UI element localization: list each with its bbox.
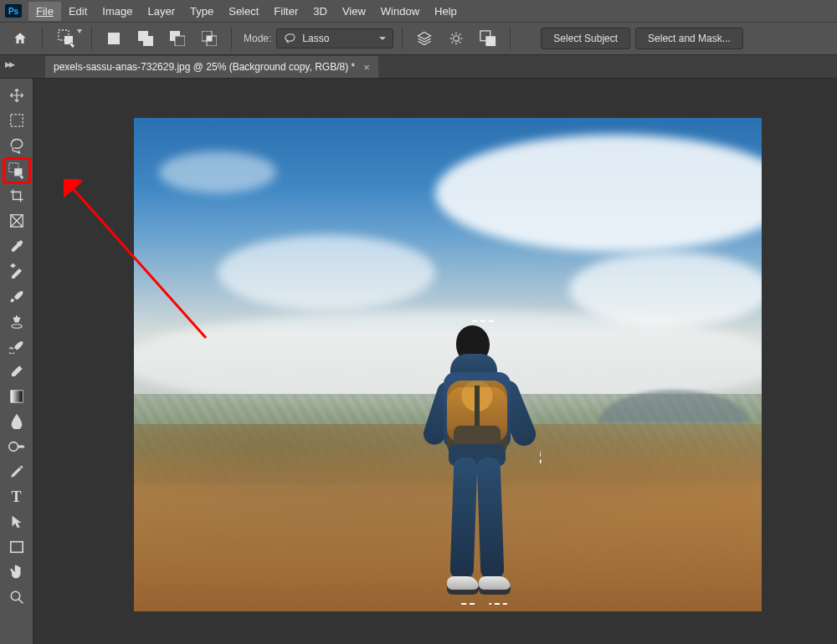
intersect-selection-icon[interactable] xyxy=(196,27,223,50)
sample-all-layers-icon[interactable] xyxy=(411,27,438,50)
mode-value: Lasso xyxy=(302,33,329,44)
document-tab-bar: pexels-sassu-anas-732629.jpg @ 25% (Back… xyxy=(0,55,837,79)
pen-tool[interactable] xyxy=(4,460,29,483)
home-icon[interactable] xyxy=(7,27,33,50)
separator xyxy=(510,28,511,49)
zoom-tool[interactable] xyxy=(4,585,29,609)
select-subject-button[interactable]: Select Subject xyxy=(541,28,630,49)
canvas-workspace[interactable] xyxy=(33,79,837,644)
lasso-tool[interactable] xyxy=(4,134,29,157)
svg-rect-20 xyxy=(12,263,13,268)
svg-rect-9 xyxy=(207,36,212,41)
menu-type[interactable]: Type xyxy=(182,2,221,21)
separator xyxy=(91,28,92,49)
history-brush-tool[interactable] xyxy=(4,335,29,358)
new-selection-icon[interactable] xyxy=(100,27,127,50)
object-selection-tool[interactable] xyxy=(4,159,29,182)
subtract-from-selection-icon[interactable] xyxy=(164,27,191,50)
cloud-shape xyxy=(159,151,276,193)
menu-image[interactable]: Image xyxy=(95,2,140,21)
svg-point-23 xyxy=(8,442,18,452)
select-and-mask-button[interactable]: Select and Mask... xyxy=(635,28,743,49)
current-tool-icon[interactable] xyxy=(51,27,83,50)
separator xyxy=(231,28,232,49)
cloud-shape xyxy=(218,235,435,310)
left-toolbar: T xyxy=(0,79,33,644)
document-canvas[interactable] xyxy=(134,118,762,611)
crop-tool[interactable] xyxy=(4,184,29,207)
lasso-icon xyxy=(284,33,297,44)
menu-bar: Ps File Edit Image Layer Type Select Fil… xyxy=(0,0,837,22)
app-logo: Ps xyxy=(5,4,22,18)
svg-point-21 xyxy=(12,325,22,329)
close-tab-icon[interactable]: × xyxy=(363,61,370,74)
frame-tool[interactable] xyxy=(4,209,29,233)
menu-help[interactable]: Help xyxy=(427,2,465,21)
rectangular-marquee-tool[interactable] xyxy=(4,109,29,132)
brush-tool[interactable] xyxy=(4,284,29,308)
svg-line-27 xyxy=(18,599,23,603)
mode-label: Mode: xyxy=(244,33,271,44)
svg-rect-24 xyxy=(17,445,23,447)
dodge-tool[interactable] xyxy=(4,435,29,458)
options-bar: Mode: Lasso Select Subject Select and Ma… xyxy=(0,22,837,55)
separator xyxy=(402,28,403,49)
svg-rect-25 xyxy=(10,542,22,553)
menu-view[interactable]: View xyxy=(335,2,373,21)
eraser-tool[interactable] xyxy=(4,360,29,383)
move-tool[interactable] xyxy=(4,84,29,107)
svg-point-10 xyxy=(454,36,460,42)
clone-stamp-tool[interactable] xyxy=(4,309,29,333)
eyedropper-tool[interactable] xyxy=(4,234,29,258)
path-selection-tool[interactable] xyxy=(4,510,29,534)
menu-file[interactable]: File xyxy=(28,2,61,21)
type-tool[interactable]: T xyxy=(4,485,29,509)
enhance-edge-icon[interactable] xyxy=(443,27,470,50)
svg-rect-22 xyxy=(10,391,22,402)
gradient-tool[interactable] xyxy=(4,385,29,408)
mode-dropdown[interactable]: Lasso xyxy=(276,28,393,49)
menu-edit[interactable]: Edit xyxy=(61,2,95,21)
healing-brush-tool[interactable] xyxy=(4,259,29,283)
cloud-shape xyxy=(435,135,762,252)
menu-3d[interactable]: 3D xyxy=(306,2,335,21)
svg-rect-13 xyxy=(10,115,22,126)
document-tab-title: pexels-sassu-anas-732629.jpg @ 25% (Back… xyxy=(54,61,355,73)
object-subtract-icon[interactable] xyxy=(475,27,501,50)
separator xyxy=(42,28,43,49)
menu-layer[interactable]: Layer xyxy=(141,2,183,21)
menu-window[interactable]: Window xyxy=(373,2,427,21)
svg-rect-4 xyxy=(143,36,153,46)
menu-filter[interactable]: Filter xyxy=(266,2,306,21)
svg-rect-6 xyxy=(175,36,185,46)
svg-rect-12 xyxy=(486,36,496,46)
rectangle-shape-tool[interactable] xyxy=(4,535,29,559)
panel-expand-icon[interactable]: ▶▶ xyxy=(5,60,13,69)
document-tab[interactable]: pexels-sassu-anas-732629.jpg @ 25% (Back… xyxy=(45,56,378,78)
blur-tool[interactable] xyxy=(4,410,29,433)
subject-person xyxy=(427,325,527,611)
svg-point-26 xyxy=(11,591,20,601)
main-area: T xyxy=(0,79,837,644)
add-to-selection-icon[interactable] xyxy=(132,27,159,50)
menu-select[interactable]: Select xyxy=(221,2,266,21)
svg-rect-2 xyxy=(108,33,120,44)
hand-tool[interactable] xyxy=(4,560,29,584)
